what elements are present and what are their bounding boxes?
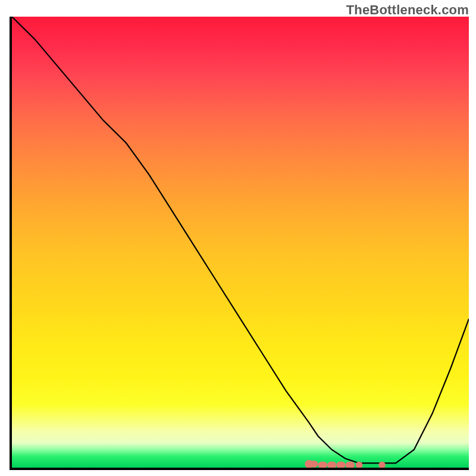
marker-bar [318, 462, 327, 468]
marker-bar [346, 462, 355, 468]
markers [305, 460, 386, 468]
marker-bar [336, 462, 345, 468]
plot-area [10, 17, 469, 470]
overlay-svg [12, 17, 469, 468]
watermark-text: TheBottleneck.com [346, 2, 469, 18]
marker-dot [378, 462, 386, 468]
figure: TheBottleneck.com [0, 0, 476, 476]
bottleneck-curve [12, 17, 469, 463]
marker-bar [327, 462, 336, 468]
